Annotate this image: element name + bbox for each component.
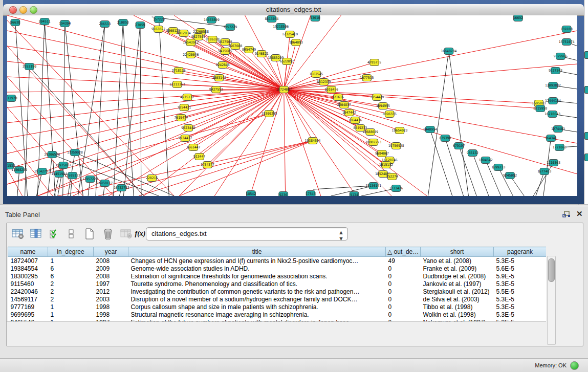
- graph-node[interactable]: 8427552: [209, 86, 223, 93]
- close-panel-icon[interactable]: ✕: [576, 209, 583, 218]
- graph-node[interactable]: 12093832: [545, 82, 561, 89]
- graph-node[interactable]: 8454749: [242, 47, 256, 53]
- black-edge[interactable]: [140, 25, 141, 196]
- table-cell[interactable]: de Silva et al. (2003): [421, 295, 494, 303]
- graph-node[interactable]: 210853: [117, 19, 129, 26]
- red-edge[interactable]: [284, 90, 286, 196]
- table-cell[interactable]: 1998: [94, 303, 128, 311]
- graph-node[interactable]: 16033809: [204, 17, 220, 24]
- graph-node[interactable]: 1864093: [289, 39, 303, 46]
- graph-node[interactable]: 8912934: [177, 30, 190, 37]
- graph-node[interactable]: 7619477: [175, 115, 188, 121]
- red-edge[interactable]: [284, 42, 296, 90]
- table-cell[interactable]: 0: [386, 303, 421, 311]
- graph-node[interactable]: 93610: [310, 15, 320, 21]
- table-row[interactable]: 911546021997Tourette syndrome. Phenomeno…: [8, 280, 547, 288]
- table-cell[interactable]: 0: [386, 288, 421, 295]
- graph-node[interactable]: 1754377: [201, 162, 214, 168]
- table-cell[interactable]: 1: [48, 311, 94, 318]
- table-vertical-scrollbar[interactable]: [547, 256, 556, 345]
- red-edge[interactable]: [7, 90, 284, 154]
- graph-node[interactable]: 15136141: [365, 183, 381, 189]
- graph-node[interactable]: 1154429: [370, 94, 384, 101]
- table-cell[interactable]: 9699695: [8, 311, 48, 318]
- column-header-name[interactable]: name: [8, 247, 48, 257]
- table-row[interactable]: 977716911998Corpus callosum shape and si…: [8, 303, 547, 311]
- table-cell[interactable]: Changes of HCN gene expression and I(f) …: [128, 257, 386, 265]
- graph-node[interactable]: 6522057: [280, 58, 294, 65]
- graph-node[interactable]: 1721063: [553, 144, 567, 151]
- graph-node[interactable]: 157223: [153, 16, 165, 23]
- table-cell[interactable]: 0: [386, 272, 421, 280]
- column-header-title[interactable]: title: [128, 247, 386, 257]
- table-cell[interactable]: 49: [386, 257, 421, 265]
- red-edge[interactable]: [284, 90, 374, 142]
- graph-node[interactable]: 12213363: [169, 81, 185, 88]
- graph-node[interactable]: 1894542: [479, 157, 493, 164]
- table-row[interactable]: 1872400712008Changes of HCN gene express…: [8, 257, 547, 265]
- graph-node[interactable]: 18300295: [262, 111, 277, 117]
- graph-node[interactable]: 913447: [193, 154, 205, 160]
- red-edge[interactable]: [284, 90, 540, 108]
- graph-node[interactable]: 9329966: [554, 53, 568, 60]
- table-cell[interactable]: Wolkin et al. (1998): [421, 311, 494, 318]
- graph-node[interactable]: 965132: [467, 150, 478, 157]
- table-cell[interactable]: 2012: [94, 288, 128, 295]
- black-edge[interactable]: [313, 186, 374, 189]
- graph-node[interactable]: 8096555: [383, 111, 397, 118]
- table-cell[interactable]: 22420046: [8, 288, 48, 295]
- table-cell[interactable]: 5.3E-5: [494, 311, 547, 318]
- table-cell[interactable]: 14569117: [8, 295, 48, 303]
- column-header-pagerank[interactable]: pagerank: [494, 247, 547, 257]
- graph-node[interactable]: 9242848: [216, 62, 230, 69]
- red-edge[interactable]: [200, 90, 284, 157]
- red-edge[interactable]: [191, 55, 284, 90]
- graph-node[interactable]: 1661447: [186, 144, 200, 151]
- table-row[interactable]: 969969511998Structural magnetic resonanc…: [8, 311, 547, 318]
- graph-node[interactable]: 17957223: [82, 176, 98, 183]
- column-header-year[interactable]: year: [94, 247, 128, 257]
- graph-node[interactable]: 8186328: [206, 36, 220, 43]
- table-row[interactable]: 1830029562008Estimation of significance …: [8, 272, 547, 280]
- table-cell[interactable]: 9777169: [8, 303, 48, 311]
- graph-node[interactable]: 12325419: [282, 31, 298, 38]
- graph-node[interactable]: 19218506: [273, 24, 289, 30]
- column-header-short[interactable]: short: [421, 247, 494, 257]
- black-edge[interactable]: [498, 167, 513, 196]
- table-cell[interactable]: Tourette syndrome. Phenomenology and cla…: [128, 280, 386, 288]
- table-cell[interactable]: 5.3E-5: [494, 303, 547, 311]
- table-cell[interactable]: Jankovic et al. (1997): [421, 280, 494, 288]
- table-cell[interactable]: Estimation of significance thresholds fo…: [128, 272, 386, 280]
- table-cell[interactable]: Corpus callosum shape and size in male p…: [128, 303, 386, 311]
- table-cell[interactable]: Genome-wide association studies in ADHD.: [128, 265, 386, 272]
- network-window-titlebar[interactable]: citations_edges.txt: [3, 4, 584, 16]
- red-edge[interactable]: [284, 90, 313, 141]
- graph-node[interactable]: 7254421: [177, 104, 191, 111]
- table-cell[interactable]: Nakamura et al. (1997): [421, 318, 494, 322]
- table-cell[interactable]: 5.3E-5: [494, 280, 547, 288]
- graph-node[interactable]: 111970: [7, 95, 17, 102]
- memory-status-icon[interactable]: [570, 361, 579, 370]
- table-cell[interactable]: 2009: [94, 265, 128, 272]
- graph-node[interactable]: 206533: [99, 21, 111, 28]
- table-cell[interactable]: Investigating the contribution of common…: [128, 288, 386, 295]
- graph-node[interactable]: 9623448: [181, 125, 195, 132]
- table-cell[interactable]: 2008: [94, 257, 128, 265]
- table-cell[interactable]: 18300295: [8, 272, 48, 280]
- graph-node[interactable]: 1733426: [389, 185, 403, 192]
- table-cell[interactable]: 1: [48, 303, 94, 311]
- black-edge[interactable]: [536, 171, 545, 196]
- column-header-out_de[interactable]: △ out_de…: [386, 247, 421, 257]
- graph-node[interactable]: 8215958: [533, 105, 547, 112]
- table-cell[interactable]: 0: [386, 318, 421, 322]
- table-cell[interactable]: 2003: [94, 295, 128, 303]
- black-edge[interactable]: [428, 51, 449, 196]
- red-edge[interactable]: [284, 15, 341, 90]
- table-cell[interactable]: 19384554: [8, 265, 48, 272]
- graph-node[interactable]: 13505123: [64, 172, 80, 179]
- table-cell[interactable]: 5.9E-5: [494, 272, 547, 280]
- table-cell[interactable]: 2: [48, 280, 94, 288]
- graph-node[interactable]: 252274: [386, 173, 398, 180]
- table-cell[interactable]: Structural magnetic resonance image aver…: [128, 311, 386, 318]
- black-edge[interactable]: [533, 163, 554, 196]
